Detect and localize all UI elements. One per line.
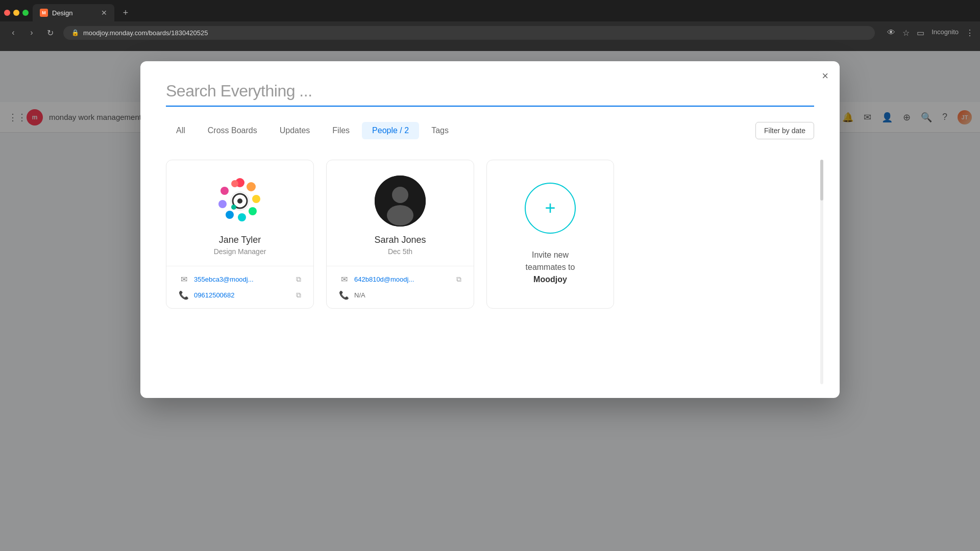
sarah-subtitle: Dec 5th — [388, 247, 412, 256]
star-icon[interactable]: ☆ — [902, 28, 910, 38]
jane-subtitle: Design Manager — [214, 247, 266, 256]
jane-phone-row: 📞 09612500682 ⧉ — [179, 290, 301, 300]
svg-point-6 — [226, 211, 234, 219]
eye-off-icon: 👁 — [887, 28, 895, 38]
invite-card[interactable]: + Invite newteammates to Moodjoy — [486, 160, 614, 309]
tab-cross-boards[interactable]: Cross Boards — [198, 122, 267, 139]
sarah-email-row: ✉ 642b810d@moodj... ⧉ — [339, 274, 461, 284]
sarah-contact-area: ✉ 642b810d@moodj... ⧉ 📞 N/A — [327, 266, 474, 308]
svg-point-13 — [231, 205, 236, 210]
jane-contact-area: ✉ 355ebca3@moodj... ⧉ 📞 09612500682 ⧉ — [166, 266, 313, 308]
svg-point-8 — [220, 187, 229, 195]
profile-icon[interactable]: ▭ — [917, 28, 924, 38]
tab-tags[interactable]: Tags — [421, 122, 459, 139]
lock-icon: 🔒 — [71, 29, 79, 36]
incognito-label: Incognito — [932, 28, 959, 38]
svg-point-16 — [387, 205, 413, 226]
sarah-email[interactable]: 642b810d@moodj... — [354, 276, 451, 283]
svg-point-4 — [249, 207, 257, 215]
person-card-sarah: Sarah Jones Dec 5th ✉ 642b810d@moodj... … — [326, 160, 474, 309]
phone-icon: 📞 — [179, 290, 189, 300]
modal-close-button[interactable]: × — [822, 70, 828, 82]
search-input[interactable] — [166, 82, 814, 101]
browser-chrome: M Design ✕ + ‹ › ↻ 🔒 moodjoy.monday.com/… — [0, 0, 980, 51]
tab-people[interactable]: People / 2 — [362, 122, 419, 139]
svg-point-3 — [252, 195, 260, 203]
tab-all[interactable]: All — [166, 122, 195, 139]
invite-text: Invite newteammates to Moodjoy — [526, 249, 575, 286]
invite-plus-button[interactable]: + — [525, 183, 576, 234]
sarah-email-icon: ✉ — [339, 274, 349, 284]
svg-point-15 — [392, 187, 408, 203]
jane-avatar-area — [166, 160, 313, 227]
sarah-phone-icon: 📞 — [339, 290, 349, 300]
svg-point-9 — [231, 180, 238, 187]
address-bar[interactable]: 🔒 moodjoy.monday.com/boards/1830420525 — [63, 26, 875, 40]
browser-actions: 👁 ☆ ▭ Incognito ⋮ — [887, 28, 974, 38]
sarah-name: Sarah Jones — [374, 235, 426, 245]
jane-phone[interactable]: 09612500682 — [194, 291, 291, 299]
new-tab-button[interactable]: + — [118, 6, 133, 20]
tab-title: Design — [52, 9, 72, 17]
url-text: moodjoy.monday.com/boards/1830420525 — [83, 29, 208, 37]
tab-close-button[interactable]: ✕ — [101, 9, 107, 17]
sarah-phone: N/A — [354, 291, 461, 299]
tab-bar: M Design ✕ + — [0, 0, 980, 21]
copy-phone-icon[interactable]: ⧉ — [296, 291, 301, 299]
sarah-avatar-image — [375, 176, 426, 227]
filter-by-date-button[interactable]: Filter by date — [755, 122, 814, 139]
email-icon: ✉ — [179, 274, 189, 284]
jane-name: Jane Tyler — [219, 235, 261, 245]
invite-line1: Invite newteammates to — [526, 251, 575, 271]
modal-scroll-area: Jane Tyler Design Manager ✉ 355ebca3@moo… — [166, 160, 814, 309]
search-input-wrapper — [166, 82, 814, 107]
svg-point-12 — [237, 198, 242, 204]
sarah-avatar-area — [327, 160, 474, 227]
browser-tab[interactable]: M Design ✕ — [33, 4, 114, 21]
address-bar-row: ‹ › ↻ 🔒 moodjoy.monday.com/boards/183042… — [0, 21, 980, 44]
svg-point-2 — [247, 182, 256, 191]
tab-favicon: M — [40, 9, 48, 17]
svg-point-7 — [218, 200, 227, 208]
scrollbar-thumb[interactable] — [820, 160, 823, 201]
forward-button[interactable]: › — [24, 26, 39, 40]
menu-icon[interactable]: ⋮ — [966, 28, 974, 38]
copy-email-icon[interactable]: ⧉ — [296, 275, 301, 284]
invite-brand: Moodjoy — [533, 275, 567, 284]
people-grid: Jane Tyler Design Manager ✉ 355ebca3@moo… — [166, 160, 814, 309]
scrollbar[interactable] — [820, 160, 823, 384]
jane-email[interactable]: 355ebca3@moodj... — [194, 276, 291, 283]
back-button[interactable]: ‹ — [6, 26, 20, 40]
jane-avatar-image — [214, 176, 265, 227]
sarah-phone-row: 📞 N/A — [339, 290, 461, 300]
sarah-copy-email-icon[interactable]: ⧉ — [456, 275, 461, 284]
modal-overlay: × All Cross Boards Updates Files People … — [0, 51, 980, 551]
jane-email-row: ✉ 355ebca3@moodj... ⧉ — [179, 274, 301, 284]
svg-point-5 — [238, 213, 246, 221]
tab-files[interactable]: Files — [322, 122, 360, 139]
search-modal: × All Cross Boards Updates Files People … — [140, 61, 840, 398]
tabs-row: All Cross Boards Updates Files People / … — [166, 122, 814, 139]
person-card-jane: Jane Tyler Design Manager ✉ 355ebca3@moo… — [166, 160, 314, 309]
refresh-button[interactable]: ↻ — [43, 26, 57, 40]
tab-updates[interactable]: Updates — [270, 122, 321, 139]
